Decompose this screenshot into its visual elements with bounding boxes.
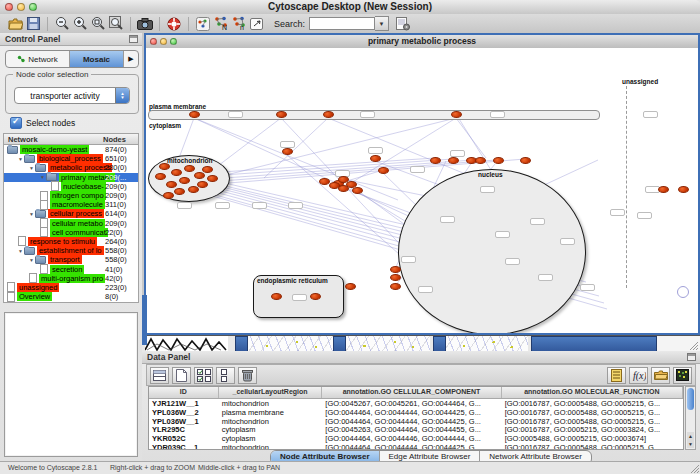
new-attribute-icon[interactable] (172, 367, 191, 384)
graph-node[interactable] (184, 165, 195, 172)
table-row[interactable]: YLR295Ccytoplasm[GO:0045263, GO:0044464,… (149, 425, 683, 434)
table-cell[interactable]: plasma membrane (219, 408, 323, 417)
open-icon[interactable] (6, 15, 24, 32)
graph-node[interactable] (678, 186, 689, 193)
tree-row[interactable]: ▼cellular process614(0) (4, 209, 138, 218)
network-canvas[interactable]: plasma membranecytoplasmmitochondrionnuc… (146, 48, 698, 333)
import-folder-icon[interactable] (651, 367, 670, 384)
table-cell[interactable]: cytoplasm (219, 425, 323, 434)
tree-row[interactable]: secretion41(0) (4, 264, 138, 273)
network-view-frame[interactable]: primary metabolic process plasma membran… (144, 33, 700, 335)
table-cell[interactable]: [GO:0016787, GO:0005488, GO:0005215, G..… (502, 408, 683, 417)
table-cell[interactable]: cytoplasm (219, 434, 323, 443)
table-cell[interactable]: [GO:0016787, GO:0005215, GO:0003824, G..… (502, 425, 683, 434)
graph-node[interactable] (194, 172, 205, 179)
tree-row[interactable]: multi-organism pro42(0) (4, 274, 138, 283)
zoom-fit-icon[interactable] (107, 15, 125, 32)
graph-node[interactable] (202, 166, 213, 173)
table-cell[interactable]: YDR039C__1 (149, 443, 219, 450)
select-nodes-checkbox[interactable] (10, 117, 22, 129)
tab-mosaic[interactable]: Mosaic (70, 51, 124, 67)
graph-node[interactable] (390, 283, 401, 290)
graph-node[interactable] (323, 111, 334, 118)
graph-node[interactable] (338, 176, 349, 183)
graph-node[interactable] (390, 266, 401, 273)
tree-row[interactable]: nucleobase-209(0) (4, 182, 138, 191)
birdseye-overview-panel[interactable] (4, 312, 138, 457)
tree-row[interactable]: ▼transport558(0) (4, 255, 138, 264)
graph-node[interactable] (207, 175, 218, 182)
graph-node[interactable] (430, 157, 441, 164)
table-cell[interactable]: [GO:0044464, GO:0044446, GO:0044444, G..… (322, 434, 501, 443)
graph-node[interactable] (282, 148, 293, 155)
tree-row[interactable]: nitrogen compo209(0) (4, 191, 138, 200)
graph-node[interactable] (197, 181, 208, 188)
graph-node[interactable] (370, 155, 381, 162)
expand-arrow-icon[interactable]: ▼ (29, 211, 34, 217)
tree-row[interactable]: macromolecule311(0) (4, 200, 138, 209)
float-panel-icon[interactable] (687, 353, 696, 361)
region-nucleus[interactable] (398, 169, 586, 333)
expand-arrow-icon[interactable]: ▼ (40, 174, 45, 180)
graph-node[interactable] (171, 169, 182, 176)
scrollbar-arrows[interactable]: ▲▼ (687, 432, 694, 448)
attribute-browser-settings-icon[interactable] (394, 15, 412, 32)
graph-node[interactable] (390, 274, 401, 281)
table-cell[interactable]: YLR295C (149, 425, 219, 434)
table-cell[interactable]: YPL036W__2 (149, 408, 219, 417)
tree-row[interactable]: ▼establishment of lo558(0) (4, 246, 138, 255)
table-cell[interactable]: mitochondrion (219, 443, 323, 450)
save-icon[interactable] (24, 15, 42, 32)
table-cell[interactable]: YPL036W__1 (149, 417, 219, 426)
table-cell[interactable]: [GO:0016787, GO:0005488, GO:0005215, G..… (502, 443, 683, 450)
tree-row[interactable]: ▼biological_process651(0) (4, 154, 138, 163)
resize-grip-icon[interactable] (689, 463, 699, 473)
attribute-table-icon[interactable] (150, 367, 169, 384)
expand-arrow-icon[interactable]: ▼ (29, 257, 34, 263)
annotation-icon[interactable] (248, 15, 266, 32)
table-cell[interactable]: [GO:0045267, GO:0045261, GO:0044464, G..… (322, 399, 501, 408)
network-view-a-icon[interactable]: N (212, 15, 230, 32)
graph-node[interactable] (345, 283, 356, 290)
graph-node[interactable] (310, 293, 321, 300)
tree-row[interactable]: mosaic-demo-yeast874(0) (4, 145, 138, 154)
graph-node[interactable] (174, 188, 185, 195)
column-header[interactable]: ID (149, 387, 219, 398)
table-row[interactable]: YPL036W__1mitochondrion[GO:0044464, GO:0… (149, 417, 683, 426)
tree-row[interactable]: ▼primary metabo209(... (4, 173, 138, 182)
table-cell[interactable]: [GO:0016787, GO:0005488, GO:0005215, G..… (502, 417, 683, 426)
graph-node[interactable] (179, 177, 190, 184)
table-row[interactable]: YDR039C__1mitochondrion[GO:0044464, GO:0… (149, 443, 683, 450)
unselect-attributes-icon[interactable] (216, 367, 235, 384)
attribute-list-icon[interactable] (607, 367, 626, 384)
table-cell[interactable]: YKR052C (149, 434, 219, 443)
expand-arrow-icon[interactable]: ▼ (18, 156, 23, 162)
graph-node[interactable] (319, 178, 330, 185)
network-frame-titlebar[interactable]: primary metabolic process (146, 35, 698, 49)
zoom-selected-icon[interactable] (89, 15, 107, 32)
attribute-table-header[interactable]: ID_cellularLayoutRegionannotation.GO CEL… (149, 387, 683, 399)
tree-row[interactable]: cellular metabo209(0) (4, 219, 138, 228)
table-cell[interactable]: YJR121W__1 (149, 399, 219, 408)
table-cell[interactable]: [GO:0016787, GO:0005488, GO:0005215, G..… (502, 399, 683, 408)
node-color-dropdown[interactable]: transporter activity ▲▼ (14, 87, 130, 104)
table-cell[interactable]: mitochondrion (219, 399, 323, 408)
graph-node[interactable] (658, 186, 669, 193)
graph-node[interactable] (276, 111, 287, 118)
select-attributes-icon[interactable] (194, 367, 213, 384)
table-row[interactable]: YPL036W__2plasma membrane[GO:0044464, GO… (149, 408, 683, 417)
graph-node[interactable] (448, 157, 459, 164)
attribute-table[interactable]: ID_cellularLayoutRegionannotation.GO CEL… (148, 386, 684, 450)
expand-arrow-icon[interactable]: ▼ (18, 248, 23, 254)
tree-row[interactable]: ▼metabolic process280(0) (4, 163, 138, 172)
help-ring-icon[interactable] (165, 15, 183, 32)
table-cell[interactable]: [GO:0044464, GO:0044444, GO:0044425, G..… (322, 408, 501, 417)
table-cell[interactable]: [GO:0005488, GO:0005215, GO:0003674] (502, 434, 683, 443)
graph-node[interactable] (451, 111, 462, 118)
tab-network[interactable]: Network (6, 51, 70, 67)
graph-node[interactable] (520, 157, 531, 164)
snapshot-icon[interactable] (136, 15, 154, 32)
graph-node[interactable] (475, 157, 486, 164)
table-cell[interactable]: [GO:0044464, GO:0044444, GO:0044425, G..… (322, 417, 501, 426)
graph-node[interactable] (189, 111, 200, 118)
